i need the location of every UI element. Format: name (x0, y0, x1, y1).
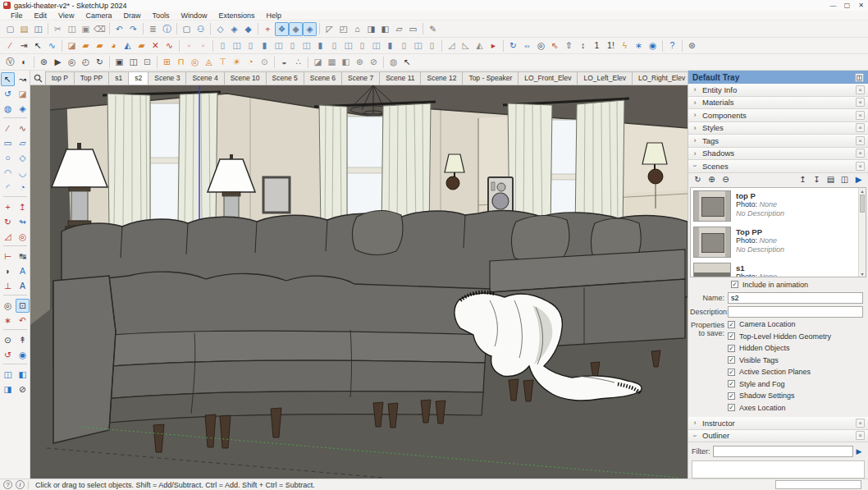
tray-pin-icon[interactable]: ◫ (855, 73, 864, 82)
curve-red-icon[interactable]: ∿ (162, 39, 176, 53)
vray-viewport-render-icon[interactable]: ◎ (65, 55, 79, 69)
vray-cosmos-icon[interactable]: ◍ (386, 55, 400, 69)
section-cut-small-icon[interactable]: ▫ (196, 39, 210, 53)
section-fill-icon[interactable]: ◨ (1, 382, 15, 396)
door-panel-16-icon[interactable]: ▯ (425, 39, 439, 53)
door-panel-12-icon[interactable]: ◫ (369, 39, 383, 53)
undo-icon[interactable]: ↶ (112, 22, 126, 36)
line-tool-icon[interactable]: ∕ (3, 39, 17, 53)
move-tool-icon[interactable]: + (1, 200, 15, 214)
model-info-icon[interactable]: ⓘ (160, 22, 174, 36)
guide-tool-icon[interactable]: ⇥ (17, 39, 31, 53)
delete-icon[interactable]: ⌫ (93, 22, 107, 36)
lasso-tool-icon[interactable]: ↝ (16, 72, 30, 86)
vray-assets-icon[interactable]: ◐ (17, 55, 31, 69)
style-hidden-line-icon[interactable]: ◈ (227, 22, 241, 36)
flip-tool-icon[interactable]: ◭ (473, 39, 487, 53)
close-section-materials-button[interactable]: × (856, 98, 865, 107)
checkbox-camera-location[interactable]: ✓ (728, 321, 735, 328)
scene-tab-scene-5[interactable]: Scene 5 (266, 71, 304, 85)
close-section-instructor-button[interactable]: × (856, 419, 865, 428)
fredo-box-icon[interactable]: ▰ (93, 39, 107, 53)
close-section-shadows-button[interactable]: × (856, 149, 865, 158)
zoom-extents-icon[interactable]: ⌖ (261, 22, 275, 36)
door-panel-8-icon[interactable]: ▮ (313, 39, 327, 53)
tray-section-styles[interactable]: ›Styles× (688, 122, 868, 135)
geolocation-icon[interactable]: ? (3, 480, 12, 489)
scene-tab-scene-4[interactable]: Scene 4 (185, 71, 224, 85)
close-section-components-button[interactable]: × (856, 111, 865, 120)
vray-fur-icon[interactable]: ▦ (325, 55, 339, 69)
add-scene-icon[interactable]: ⊕ (706, 174, 718, 186)
section-plane-small-icon[interactable]: ▫ (182, 39, 196, 53)
checkbox-visible-tags[interactable]: ✓ (728, 356, 735, 364)
close-section-outliner-button[interactable]: × (856, 431, 865, 440)
viewport-3d[interactable] (30, 85, 688, 479)
blue-dot-icon[interactable]: ◉ (646, 39, 660, 53)
vray-batch-icon[interactable]: ◴ (79, 55, 93, 69)
vray-toon-icon[interactable]: ⊘ (367, 55, 381, 69)
sparkle-icon[interactable]: ∗ (632, 39, 646, 53)
credits-icon[interactable]: i (16, 480, 25, 489)
line-icon[interactable]: ∕ (1, 121, 15, 135)
view-back-icon[interactable]: ◧ (378, 22, 392, 36)
include-in-animation-checkbox[interactable]: ✓ (731, 281, 738, 288)
scene-description-input[interactable] (728, 306, 863, 318)
up-arrow-icon[interactable]: ⇧ (562, 39, 576, 53)
measurements-input[interactable] (775, 480, 861, 489)
vray-logo-icon[interactable]: Ⓥ (3, 55, 17, 69)
door-panel-15-icon[interactable]: ◫ (411, 39, 425, 53)
vray-cursor-icon[interactable]: ↖ (400, 55, 414, 69)
view-front-icon[interactable]: ⌂ (350, 22, 364, 36)
menu-item-extensions[interactable]: Extensions (212, 11, 260, 20)
tray-section-instructor[interactable]: ›Instructor× (688, 417, 868, 430)
menu-item-window[interactable]: Window (175, 11, 212, 20)
x-ray-icon[interactable]: ◈ (303, 22, 317, 36)
style-monochrome-icon[interactable]: ◆ (289, 22, 303, 36)
scene-list-item-top-p[interactable]: top PPhoto: NoneNo Description (691, 188, 858, 224)
walk-tool-icon[interactable]: ↟ (16, 333, 30, 347)
close-section-entity-info-button[interactable]: × (856, 85, 865, 94)
view-options-icon[interactable]: ▤ (825, 174, 837, 186)
checkbox-hidden-objects[interactable]: ✓ (728, 345, 735, 352)
style-shaded-icon[interactable]: ◆ (241, 22, 255, 36)
help-icon[interactable]: ? (665, 39, 679, 53)
select-plus-icon[interactable]: ↖ (31, 39, 45, 53)
vray-sphere-gray-icon[interactable]: ⊙ (258, 55, 272, 69)
checkbox-top-level-hidden-geometry[interactable]: ✓ (728, 332, 735, 340)
scene-thumbnail[interactable] (693, 227, 731, 258)
open-icon[interactable]: ▤ (17, 22, 31, 36)
eraser-tool-icon[interactable]: ◪ (16, 87, 30, 101)
section-plane-icon[interactable]: ◫ (1, 368, 15, 382)
vray-update-icon[interactable]: ↻ (93, 55, 107, 69)
pie-icon[interactable]: ◔ (16, 181, 30, 195)
scene-tab-scene-12[interactable]: Scene 12 (420, 71, 463, 85)
protractor-icon[interactable]: ◗ (1, 264, 15, 278)
two-point-arc-icon[interactable]: ◡ (16, 166, 30, 180)
vray-interactive-icon[interactable]: ▶ (51, 55, 65, 69)
close-button[interactable]: ✕ (854, 0, 868, 11)
eraser2-icon[interactable]: ◪ (65, 39, 79, 53)
close-section-styles-button[interactable]: × (856, 123, 865, 132)
tray-section-tags[interactable]: ›Tags× (688, 135, 868, 148)
door-panel-11-icon[interactable]: ▯ (355, 39, 369, 53)
flag-red-icon[interactable]: ▸ (487, 39, 500, 53)
update-scene-icon[interactable]: ↻ (692, 174, 704, 186)
updown-icon[interactable]: ↕ (576, 39, 590, 53)
toggle-details-icon[interactable]: ▶ (852, 174, 865, 186)
scene-tab-scene-3[interactable]: Scene 3 (148, 71, 186, 85)
door-panel-2-icon[interactable]: ◫ (230, 39, 244, 53)
zoom-window-icon[interactable]: ⊡ (16, 299, 30, 313)
scene-list-item-s1[interactable]: s1Photo: None (691, 260, 858, 277)
pan-tool-icon[interactable]: ⇔ (520, 39, 534, 53)
scene-tab-top-p[interactable]: top P (45, 71, 75, 85)
close-section-scenes-button[interactable]: × (856, 162, 865, 171)
look-around-icon[interactable]: ◉ (16, 348, 30, 362)
door-panel-9-icon[interactable]: ▯ (327, 39, 341, 53)
vray-mesh-light-icon[interactable]: ⊛ (353, 55, 367, 69)
checkbox-active-section-planes[interactable]: ✓ (728, 369, 735, 376)
style-wireframe-icon[interactable]: ◇ (213, 22, 227, 36)
vray-light-mesh-icon[interactable]: ◔ (244, 55, 258, 69)
prev-view-icon[interactable]: ⇖ (548, 39, 562, 53)
curve-tool-icon[interactable]: ∿ (45, 39, 59, 53)
